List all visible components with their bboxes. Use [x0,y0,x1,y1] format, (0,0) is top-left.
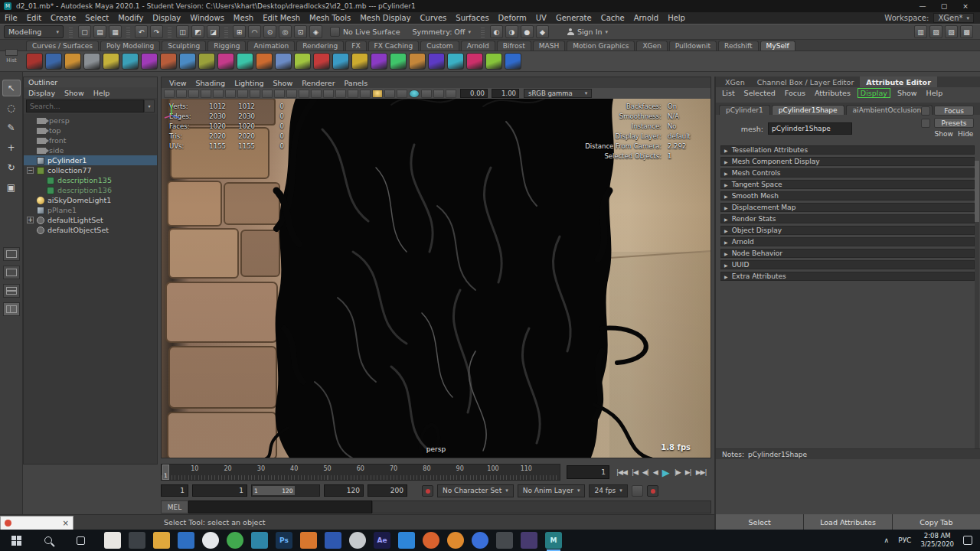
outliner-item-persp[interactable]: persp [24,116,157,126]
shelf-tab-arnold[interactable]: Arnold [461,41,495,51]
shelf-tab-fx[interactable]: FX [345,41,366,51]
menu-modify[interactable]: Modify [113,14,148,22]
time-ruler[interactable]: 1 102030405060708090100110 [161,464,560,481]
playback-options-icon[interactable] [632,485,643,497]
select-button[interactable]: Select [716,514,803,530]
taskbar-clock[interactable]: 2:08 AM 3/25/2020 [920,532,954,548]
taskbar-icon-app-blue-3[interactable] [398,532,415,549]
playback-start-field[interactable]: 1 [192,484,247,497]
taskbar-icon-app-light-circle[interactable] [202,532,219,549]
select-camera-icon[interactable] [164,90,175,98]
menu-windows[interactable]: Windows [185,14,229,22]
shelf-tool-9-icon[interactable] [179,53,196,70]
close-button[interactable]: × [961,2,970,10]
outliner-item-front[interactable]: front [24,135,157,145]
shelf-tab-fx-caching[interactable]: FX Caching [368,41,420,51]
outliner-item-defaultobjectset[interactable]: defaultObjectSet [24,225,157,235]
workspace-selector[interactable]: XGen* ▾ [933,13,974,23]
shelf-tool-1-icon[interactable] [26,53,43,70]
command-input[interactable] [188,500,372,514]
playback-end-field[interactable]: 120 [324,484,364,497]
shelf-tab-bifrost[interactable]: Bifrost [497,41,531,51]
mini-window[interactable]: × [0,516,74,530]
viewport-menu-shading[interactable]: Shading [191,79,230,87]
taskbar-icon-app-green-circle[interactable] [227,532,243,549]
shelf-tool-26-icon[interactable] [505,53,521,70]
camera-attributes-icon[interactable] [188,90,199,98]
field-chart-icon[interactable] [299,90,309,98]
shelf-tool-14-icon[interactable] [275,53,292,70]
section-tessellation-attributes[interactable]: ▶Tessellation Attributes [720,145,975,155]
shelf-tab-curves-surfaces[interactable]: Curves / Surfaces [26,41,99,51]
screen-space-ao-icon[interactable] [397,90,407,98]
mesh-name-field[interactable] [768,122,852,135]
panel-tab-attribute-editor[interactable]: Attribute Editor [860,77,937,87]
shelf-tool-15-icon[interactable] [294,53,311,70]
viewport-menu-panels[interactable]: Panels [340,79,373,87]
auto-keyframe-icon[interactable] [422,485,433,497]
taskbar-icon-app-gray-circle[interactable] [349,532,366,549]
shelf-tool-24-icon[interactable] [466,53,483,70]
shelf-tab-poly-modeling[interactable]: Poly Modeling [100,41,160,51]
node-tab-pcylinder1shape[interactable]: pCylinder1Shape [772,105,844,115]
snap-to-grid-icon[interactable]: ⊞ [233,25,246,38]
two-pane-layout-button[interactable] [3,266,20,279]
safe-action-icon[interactable] [311,90,322,98]
viewport-menu-show[interactable]: Show [269,79,298,87]
menu-uv[interactable]: UV [531,14,551,22]
use-all-lights-icon[interactable] [372,90,383,98]
outliner-item-aiskydomelight1[interactable]: aiSkyDomeLight1 [24,195,157,205]
undo-icon[interactable]: ↶ [135,25,148,38]
hide-button[interactable]: Hide [958,130,974,138]
menu-display[interactable]: Display [148,14,185,22]
outliner-menu-show[interactable]: Show [60,89,89,97]
expand-toggle-icon[interactable]: − [27,167,34,174]
viewport-menu-lighting[interactable]: Lighting [230,79,268,87]
open-scene-icon[interactable]: ▤ [93,25,106,38]
section-render-stats[interactable]: ▶Render Stats [720,214,975,223]
shelf-tool-10-icon[interactable] [198,53,215,70]
shelf-tab-myself[interactable]: MySelf [760,41,795,51]
outliner-menu-help[interactable]: Help [89,89,115,97]
shelf-tool-7-icon[interactable] [141,53,158,70]
scrollbar-thumb[interactable] [975,161,979,222]
outliner-item-defaultlightset[interactable]: +defaultLightSet [24,215,157,225]
taskbar-icon-app-dark[interactable] [129,532,145,549]
shelf-tab-rendering[interactable]: Rendering [296,41,344,51]
shelf-tab-motion-graphics[interactable]: Motion Graphics [567,41,635,51]
select-by-object-icon[interactable]: ◩ [191,25,204,38]
paint-select-tool-icon[interactable]: ✎ [2,119,21,136]
snap-to-point-icon[interactable]: ⊙ [263,25,276,38]
copy-tab-button[interactable]: Copy Tab [893,514,980,530]
menu-arnold[interactable]: Arnold [629,14,663,22]
taskbar-icon-file-explorer[interactable] [153,532,170,549]
ae-menu-show[interactable]: Show [893,89,922,97]
menu-mesh-tools[interactable]: Mesh Tools [305,14,355,22]
set-key-icon[interactable] [647,485,658,497]
bookmark-icon[interactable] [201,90,211,98]
animation-end-field[interactable]: 200 [368,484,407,497]
viewport-canvas[interactable]: Verts:101210120Edges:203020300Faces:1020… [162,99,710,458]
shelf-tool-25-icon[interactable] [485,53,502,70]
shelf-menu-button[interactable] [5,49,18,56]
outliner-item-collection77[interactable]: −collection77 [24,165,157,175]
animation-start-field[interactable]: 1 [161,484,188,497]
textured-mode-icon[interactable] [360,90,371,98]
section-mesh-component-display[interactable]: ▶Mesh Component Display [720,157,975,166]
select-by-hierarchy-icon[interactable]: ◫ [176,25,189,38]
lasso-tool-icon[interactable]: ◌ [2,99,21,116]
current-frame-marker[interactable]: 1 [162,465,169,480]
shelf-tab-xgen[interactable]: XGen [636,41,667,51]
new-scene-icon[interactable]: ▢ [78,25,91,38]
snap-to-curve-icon[interactable]: ◠ [248,25,261,38]
live-surface-indicator[interactable]: No Live Surface [325,27,405,37]
menu-deform[interactable]: Deform [494,14,531,22]
outliner-persp-layout-button[interactable] [3,302,20,316]
shelf-tool-6-icon[interactable] [122,53,139,70]
step-back-frame-button[interactable]: |◀ [631,468,639,476]
channel-box-icon[interactable]: ▨ [929,25,942,38]
go-to-start-button[interactable]: |◀◀ [616,468,628,476]
grid-toggle-icon[interactable] [250,90,260,98]
gate-mask-icon[interactable] [286,90,297,98]
snap-to-projected-center-icon[interactable]: ◎ [279,25,292,38]
